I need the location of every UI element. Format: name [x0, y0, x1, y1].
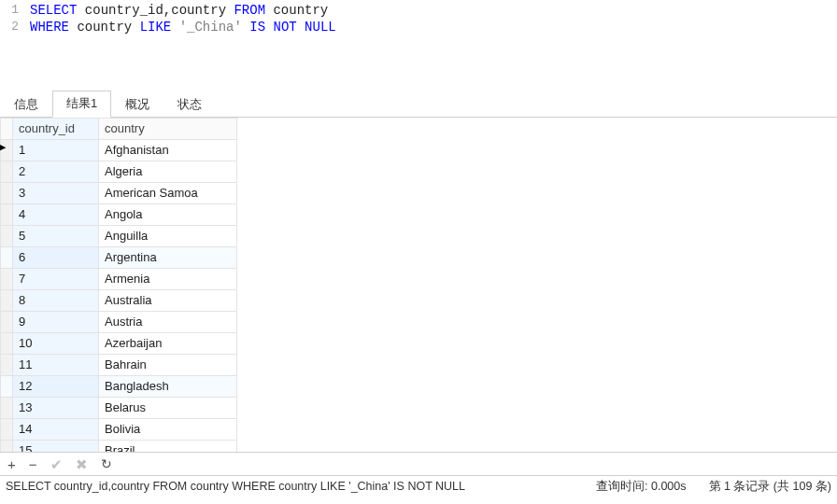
table-row[interactable]: 14Bolivia [1, 419, 237, 441]
table-row[interactable]: 2Algeria [1, 161, 237, 183]
cell-country[interactable]: American Samoa [99, 183, 237, 204]
column-header-id[interactable]: country_id [13, 119, 99, 140]
cell-country[interactable]: Azerbaijan [99, 333, 237, 355]
code-line[interactable]: SELECT country_id,country FROM country [30, 2, 328, 19]
row-indicator [1, 441, 13, 453]
tab-1[interactable]: 结果1 [52, 91, 111, 118]
table-row[interactable]: 15Brazil [1, 441, 237, 453]
apply-button: ✔ [50, 457, 63, 471]
grid-toolbar: + − ✔ ✖ ↻ [0, 452, 837, 476]
table-row[interactable]: 7Armenia [1, 269, 237, 290]
cell-id[interactable]: 6 [13, 247, 99, 269]
table-row[interactable]: 6Argentina [1, 247, 237, 269]
table-row[interactable]: 4Angola [1, 204, 237, 226]
cancel-button: ✖ [76, 457, 88, 471]
cell-id[interactable]: 13 [13, 398, 99, 419]
tab-3[interactable]: 状态 [163, 91, 216, 118]
table-row[interactable]: 5Anguilla [1, 226, 237, 247]
code-line[interactable]: WHERE country LIKE '_China' IS NOT NULL [30, 19, 336, 35]
cell-country[interactable]: Brazil [99, 441, 237, 453]
gutter-line: 2 [0, 19, 30, 35]
cell-country[interactable]: Afghanistan [99, 140, 237, 161]
table-row[interactable]: 3American Samoa [1, 183, 237, 204]
cell-country[interactable]: Belarus [99, 398, 237, 419]
results-pane: ▶ country_id country 1Afghanistan2Algeri… [0, 118, 837, 452]
gutter-line: 1 [0, 2, 30, 19]
row-indicator [1, 247, 13, 269]
cell-id[interactable]: 8 [13, 290, 99, 312]
cell-country[interactable]: Anguilla [99, 226, 237, 247]
cell-country[interactable]: Argentina [99, 247, 237, 269]
refresh-button[interactable]: ↻ [101, 457, 112, 470]
table-row[interactable]: 10Azerbaijan [1, 333, 237, 355]
result-tabbar: 信息结果1概况状态 [0, 93, 837, 118]
row-indicator [1, 312, 13, 333]
sql-editor[interactable]: 1SELECT country_id,country FROM country2… [0, 0, 837, 93]
cell-id[interactable]: 11 [13, 355, 99, 376]
cell-country[interactable]: Armenia [99, 269, 237, 290]
table-row[interactable]: 11Bahrain [1, 355, 237, 376]
row-indicator [1, 398, 13, 419]
row-indicator [1, 355, 13, 376]
current-row-indicator: ▶ [0, 141, 6, 153]
tab-0[interactable]: 信息 [0, 91, 52, 118]
cell-id[interactable]: 7 [13, 269, 99, 290]
row-indicator [1, 183, 13, 204]
delete-row-button[interactable]: − [29, 457, 37, 471]
status-sql: SELECT country_id,country FROM country W… [6, 480, 476, 493]
cell-id[interactable]: 5 [13, 226, 99, 247]
table-row[interactable]: 9Austria [1, 312, 237, 333]
cell-id[interactable]: 3 [13, 183, 99, 204]
row-indicator [1, 333, 13, 355]
row-indicator [1, 161, 13, 183]
cell-country[interactable]: Australia [99, 290, 237, 312]
cell-id[interactable]: 12 [13, 376, 99, 398]
cell-id[interactable]: 15 [13, 441, 99, 453]
status-record-info: 第 1 条记录 (共 109 条) [698, 479, 832, 495]
cell-id[interactable]: 1 [13, 140, 99, 161]
add-row-button[interactable]: + [7, 457, 16, 471]
cell-country[interactable]: Bolivia [99, 419, 237, 441]
row-indicator [1, 419, 13, 441]
cell-id[interactable]: 2 [13, 161, 99, 183]
row-indicator [1, 269, 13, 290]
results-table[interactable]: country_id country 1Afghanistan2Algeria3… [0, 118, 237, 452]
table-row[interactable]: 8Australia [1, 290, 237, 312]
cell-id[interactable]: 9 [13, 312, 99, 333]
table-row[interactable]: 1Afghanistan [1, 140, 237, 161]
row-indicator [1, 290, 13, 312]
row-header-blank [1, 119, 13, 140]
cell-id[interactable]: 14 [13, 419, 99, 441]
cell-id[interactable]: 4 [13, 204, 99, 226]
row-indicator [1, 204, 13, 226]
tab-2[interactable]: 概况 [111, 91, 163, 118]
cell-country[interactable]: Bangladesh [99, 376, 237, 398]
table-row[interactable]: 13Belarus [1, 398, 237, 419]
table-row[interactable]: 12Bangladesh [1, 376, 237, 398]
status-bar: SELECT country_id,country FROM country W… [0, 476, 837, 497]
cell-country[interactable]: Austria [99, 312, 237, 333]
cell-country[interactable]: Bahrain [99, 355, 237, 376]
row-indicator [1, 376, 13, 398]
cell-id[interactable]: 10 [13, 333, 99, 355]
row-indicator [1, 226, 13, 247]
column-header-country[interactable]: country [99, 119, 237, 140]
status-query-time: 查询时间: 0.000s [585, 479, 697, 495]
cell-country[interactable]: Angola [99, 204, 237, 226]
cell-country[interactable]: Algeria [99, 161, 237, 183]
